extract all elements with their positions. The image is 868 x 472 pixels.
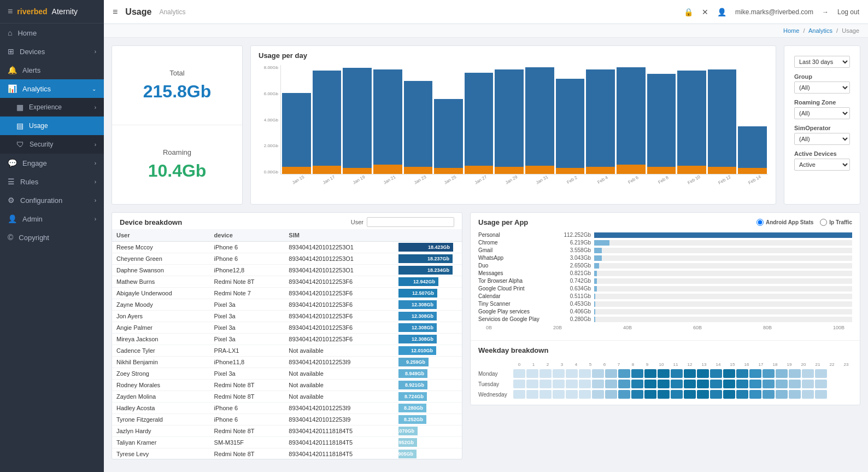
weekday-cell xyxy=(697,369,709,378)
app-row: WhatsApp 3.043Gb xyxy=(478,255,852,261)
roaming-zone-select[interactable]: (All) xyxy=(794,107,850,119)
weekday-cell xyxy=(631,390,643,399)
bar-blue xyxy=(373,69,402,165)
app-bar-fill xyxy=(594,263,599,269)
hamburger-icon[interactable]: ≡ xyxy=(8,7,13,16)
weekday-day-label: Wednesday xyxy=(478,392,511,398)
logout-button[interactable]: Log out xyxy=(837,8,859,16)
cell-user: Cheyenne Green xyxy=(112,253,210,265)
cell-usage: 18.423Gb xyxy=(396,242,462,253)
sidebar-item-rules[interactable]: ☰ Rules › xyxy=(0,172,104,191)
weekday-cell xyxy=(723,380,735,388)
bar-blue xyxy=(556,79,585,168)
cell-device: Redmi Note 8T xyxy=(210,391,285,403)
table-row: Jon Ayers Pixel 3a 89340414201012253F6 1… xyxy=(112,311,462,322)
weekday-cell xyxy=(710,380,722,388)
weekday-cell xyxy=(644,369,656,378)
sidebar-usage-label: Usage xyxy=(29,122,48,130)
sidebar-item-configuration[interactable]: ⚙ Configuration › xyxy=(0,191,104,209)
app-row: Chrome 6.219Gb xyxy=(478,240,852,246)
main-content: ≡ Usage Analytics 🔒 ✕ 👤 mike.marks@river… xyxy=(104,0,868,472)
app-bar xyxy=(594,294,852,299)
breadcrumb-analytics[interactable]: Analytics xyxy=(808,27,832,34)
breadcrumb-home[interactable]: Home xyxy=(783,27,799,34)
weekday-breakdown-section: Weekday breakdown 0 1 2 3 4 5 6 7 8 xyxy=(471,340,860,405)
weekday-cell xyxy=(592,369,604,378)
date-filter-select[interactable]: Last 30 days xyxy=(794,56,850,68)
app-value: 0.280Gb xyxy=(558,316,591,322)
cell-user: Daphne Swanson xyxy=(112,265,210,276)
engage-icon: 💬 xyxy=(8,159,17,167)
sidebar-item-usage[interactable]: ▤ Usage xyxy=(0,116,104,135)
sidebar-item-experience[interactable]: ▦ Experience › xyxy=(0,98,104,116)
sidebar-item-alerts[interactable]: 🔔 Alerts xyxy=(0,61,104,79)
app-bar xyxy=(594,232,852,238)
table-row: Cadence Tyler PRA-LX1 Not available 12.0… xyxy=(112,345,462,357)
active-devices-select[interactable]: Active xyxy=(794,159,850,171)
weekday-cell xyxy=(513,390,525,399)
table-row: Tyrese Levy Redmi Note 8T 89340414201118… xyxy=(112,448,462,459)
analytics-submenu: ▦ Experience › ▤ Usage 🛡 Security › xyxy=(0,98,104,154)
weekday-cell xyxy=(710,390,722,399)
cell-sim: Not available xyxy=(284,345,396,357)
topbar-menu-icon[interactable]: ≡ xyxy=(113,7,118,17)
sidebar-devices-label: Devices xyxy=(20,48,45,56)
weekday-cell xyxy=(579,380,591,388)
bar-col xyxy=(495,65,524,174)
app-name: Servicios de Google Play xyxy=(478,316,555,322)
y-label-8: 8.00Gb xyxy=(259,65,278,70)
radio-ip[interactable] xyxy=(820,219,827,226)
sidebar-item-devices[interactable]: ⊞ Devices › xyxy=(0,42,104,61)
weekday-cell xyxy=(736,369,748,378)
group-select[interactable]: (All) xyxy=(794,81,850,94)
sidebar-item-admin[interactable]: 👤 Admin › xyxy=(0,209,104,228)
sidebar-item-analytics[interactable]: 📊 Analytics ⌄ xyxy=(0,79,104,98)
radio-android[interactable] xyxy=(756,219,764,226)
cell-user: Angie Palmer xyxy=(112,322,210,334)
active-devices-filter: Active Devices Active xyxy=(794,150,850,171)
sidebar-item-engage[interactable]: 💬 Engage › xyxy=(0,154,104,172)
row-2: Device breakdown User User device SIM xyxy=(112,212,860,459)
app-value: 0.821Gb xyxy=(558,270,591,276)
weekday-cell xyxy=(789,390,801,399)
cell-user: Zayden Molina xyxy=(112,391,210,403)
close-icon[interactable]: ✕ xyxy=(702,8,708,16)
cell-device: Redmi Note 8T xyxy=(210,276,285,288)
group-filter: Group (All) xyxy=(794,73,850,94)
sidebar-analytics-label: Analytics xyxy=(22,85,51,93)
sidebar: ≡ riverbed Aternity ⌂ Home ⊞ Devices › 🔔… xyxy=(0,0,104,472)
weekday-cell xyxy=(671,369,683,378)
radio-ip-label[interactable]: Ip Traffic xyxy=(820,219,852,226)
sidebar-item-copyright[interactable]: © Copyright xyxy=(0,228,104,247)
rules-icon: ☰ xyxy=(8,177,15,186)
weekday-cell xyxy=(618,369,630,378)
lock-icon: 🔒 xyxy=(684,8,693,16)
col-device: device xyxy=(210,229,285,242)
sidebar-item-home[interactable]: ⌂ Home xyxy=(0,24,104,42)
app-bar xyxy=(594,240,852,246)
cell-usage: 12.308Gb xyxy=(396,299,462,311)
bar-col xyxy=(282,65,311,174)
device-table: User device SIM Reese Mccoy iPhone 6 893… xyxy=(112,229,462,459)
cell-sim: 89340414201118184T5 xyxy=(284,437,396,448)
col-user: User xyxy=(112,229,210,242)
app-name: Chrome xyxy=(478,240,555,246)
app-name: Tiny Scanner xyxy=(478,301,555,307)
sidebar-item-security[interactable]: 🛡 Security › xyxy=(0,135,104,154)
y-label-6: 6.00Gb xyxy=(259,91,278,96)
cell-user: Nikhil Benjamin xyxy=(112,357,210,368)
cell-usage: 5.070Gb xyxy=(396,426,462,437)
table-row: Zayden Molina Redmi Note 8T Not availabl… xyxy=(112,391,462,403)
radio-android-label[interactable]: Android App Stats xyxy=(756,219,813,226)
bar-col xyxy=(343,65,372,174)
cell-sim: 89340414201012253F6 xyxy=(284,288,396,299)
cell-sim: 89340414201012253F6 xyxy=(284,334,396,345)
app-value: 2.650Gb xyxy=(558,263,591,269)
user-filter-input[interactable] xyxy=(367,217,454,227)
cell-device: SM-M315F xyxy=(210,437,285,448)
table-row: Daphne Swanson iPhone12,8 89340414201012… xyxy=(112,265,462,276)
sim-operator-select[interactable]: (All) xyxy=(794,133,850,145)
table-row: Zayne Moody Pixel 3a 89340414201012253F6… xyxy=(112,299,462,311)
usage-day-header: Usage per day xyxy=(251,46,776,62)
bar-col xyxy=(556,65,585,174)
